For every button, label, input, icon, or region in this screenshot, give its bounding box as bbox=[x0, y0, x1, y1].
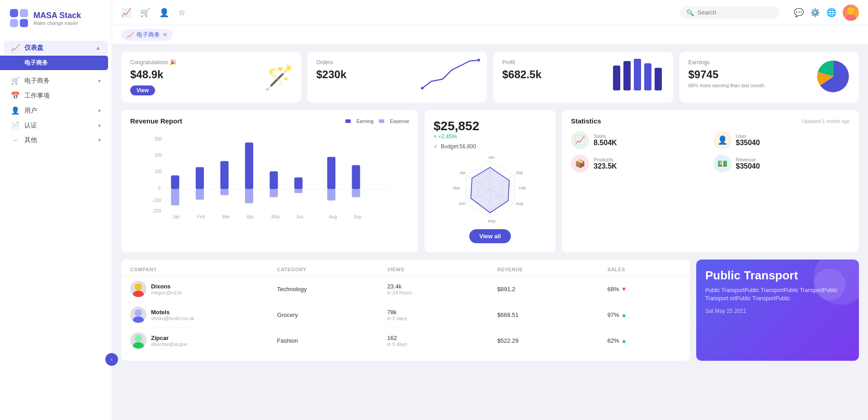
search-bar[interactable]: 🔍 bbox=[680, 6, 779, 19]
revenue-zipcar: $522.29 bbox=[497, 337, 608, 344]
views-zipcar: 162 in 5 days bbox=[387, 335, 497, 347]
orders-line-chart bbox=[420, 57, 483, 93]
app-subtitle: Make change easier bbox=[33, 20, 81, 26]
tab-close-icon[interactable]: ✕ bbox=[163, 32, 167, 38]
svg-point-4 bbox=[847, 7, 854, 14]
svg-rect-30 bbox=[294, 178, 302, 189]
svg-rect-10 bbox=[634, 59, 641, 90]
col-views: VIEWS bbox=[387, 267, 497, 272]
svg-text:May: May bbox=[488, 219, 496, 223]
earning-legend-label: Earning bbox=[356, 118, 373, 124]
revenue-value: $35040 bbox=[736, 162, 760, 170]
sidebar-item-tasks[interactable]: 📅 工作事项 bbox=[4, 89, 108, 103]
sales-up-icon-2: ▲ bbox=[621, 337, 627, 344]
company-cell-zipcar: Zipcar davcilse@ia.gov bbox=[130, 332, 277, 349]
topbar-cart-icon[interactable]: 🛒 bbox=[140, 8, 150, 18]
expense-legend-dot bbox=[379, 119, 384, 123]
svg-rect-8 bbox=[613, 66, 620, 90]
svg-text:Apr: Apr bbox=[459, 170, 466, 175]
svg-rect-2 bbox=[10, 19, 18, 27]
sidebar-navigation: 📈 仪表盘 ▲ 电子商务 🛒 电子商务 ▾ 📅 工作事项 👤 用户 ▾ 📄 bbox=[0, 36, 112, 420]
stats-item-user: 👤 User $35040 bbox=[713, 131, 850, 149]
sidebar-item-dashboard[interactable]: 📈 仪表盘 ▲ bbox=[4, 41, 108, 55]
svg-rect-28 bbox=[270, 171, 278, 189]
svg-text:Jun: Jun bbox=[459, 201, 465, 206]
chevron-down-icon-users: ▾ bbox=[98, 108, 101, 114]
dashboard-icon: 📈 bbox=[11, 43, 20, 52]
col-revenue: REVENUE bbox=[497, 267, 608, 272]
statistics-header: Statistics Updated 1 month ago bbox=[571, 117, 850, 125]
svg-text:-100: -100 bbox=[152, 198, 161, 203]
sidebar-item-auth[interactable]: 📄 认证 ▾ bbox=[4, 118, 108, 132]
sidebar-sub-ecommerce-active[interactable]: 电子商务 bbox=[0, 56, 108, 70]
radar-value: $25,852 bbox=[434, 119, 547, 133]
search-input[interactable] bbox=[698, 9, 770, 16]
svg-rect-21 bbox=[171, 189, 179, 205]
stats-item-sales: 📈 Sales 8.504K bbox=[571, 131, 708, 149]
view-button[interactable]: View bbox=[130, 85, 155, 95]
view-all-button[interactable]: View all bbox=[469, 229, 510, 243]
svg-text:Sep: Sep bbox=[354, 214, 362, 219]
sidebar-item-other[interactable]: ··· 其他 ▾ bbox=[4, 133, 108, 147]
topbar-user-icon[interactable]: 👤 bbox=[159, 8, 169, 18]
settings-icon[interactable]: ⚙️ bbox=[810, 8, 820, 18]
svg-point-63 bbox=[135, 335, 142, 342]
content-area: Congratulations 🎉 $48.9k View 🪄 Orders $… bbox=[112, 45, 868, 420]
topbar-star-icon[interactable]: ☆ bbox=[178, 8, 185, 18]
company-cell-dixons: Dixons meguc@ruj.io bbox=[130, 281, 277, 297]
svg-text:Aug: Aug bbox=[329, 214, 337, 219]
svg-rect-0 bbox=[10, 9, 18, 17]
user-value: $35040 bbox=[736, 139, 760, 147]
tab-ecommerce[interactable]: 📈 电子商务 ✕ bbox=[121, 29, 173, 41]
transport-card: Public Transport Public TransportPublic … bbox=[696, 260, 859, 361]
svg-point-59 bbox=[135, 283, 142, 291]
revenue-motels: $668.51 bbox=[497, 311, 608, 318]
products-label: Products bbox=[594, 157, 617, 162]
table-row: Motels vecav@hodzi.co.uk Grocery 78k in … bbox=[121, 302, 690, 328]
chat-icon[interactable]: 💬 bbox=[794, 8, 804, 18]
products-icon: 📦 bbox=[575, 159, 585, 169]
svg-rect-9 bbox=[623, 61, 631, 90]
svg-text:-200: -200 bbox=[152, 208, 161, 213]
svg-point-60 bbox=[133, 291, 144, 297]
svg-rect-12 bbox=[655, 68, 662, 90]
svg-rect-35 bbox=[352, 189, 360, 197]
sidebar-item-users[interactable]: 👤 用户 ▾ bbox=[4, 104, 108, 118]
sidebar-item-ecommerce[interactable]: 🛒 电子商务 ▾ bbox=[4, 74, 108, 88]
user-avatar[interactable] bbox=[843, 5, 859, 21]
stat-card-congratulations: Congratulations 🎉 $48.9k View 🪄 bbox=[121, 52, 301, 103]
stats-row: Congratulations 🎉 $48.9k View 🪄 Orders $… bbox=[121, 52, 859, 103]
svg-rect-25 bbox=[220, 189, 228, 195]
sidebar-item-tasks-label: 工作事项 bbox=[24, 92, 50, 100]
svg-text:May: May bbox=[271, 214, 280, 219]
svg-point-7 bbox=[477, 59, 480, 61]
svg-rect-27 bbox=[245, 189, 253, 203]
sales-zipcar: 62% ▲ bbox=[608, 337, 681, 344]
translate-icon[interactable]: 🌐 bbox=[826, 8, 836, 18]
svg-text:Jun: Jun bbox=[296, 214, 303, 219]
col-category: CATEGORY bbox=[277, 267, 387, 272]
company-email-motels: vecav@hodzi.co.uk bbox=[151, 316, 194, 321]
expense-legend-label: Expense bbox=[390, 118, 409, 124]
svg-text:Feb: Feb bbox=[519, 186, 526, 190]
company-cell-motels: Motels vecav@hodzi.co.uk bbox=[130, 307, 277, 323]
sidebar-item-auth-label: 认证 bbox=[24, 122, 37, 130]
sidebar-collapse-button[interactable]: ‹ bbox=[105, 353, 118, 366]
radar-budget: ✓ Budget:56,800 bbox=[434, 143, 547, 150]
svg-rect-22 bbox=[196, 167, 204, 189]
views-motels: 78k in 2 days bbox=[387, 309, 497, 321]
svg-rect-26 bbox=[245, 142, 253, 189]
svg-text:200: 200 bbox=[155, 153, 162, 158]
logo-area: MASA Stack Make change easier bbox=[0, 0, 112, 36]
col-sales: SALES bbox=[608, 267, 681, 272]
svg-text:Apr: Apr bbox=[247, 214, 254, 219]
tab-ecommerce-icon: 📈 bbox=[127, 32, 134, 38]
sidebar-sub-ecommerce-label: 电子商务 bbox=[24, 59, 48, 66]
calendar-icon: 📅 bbox=[11, 91, 20, 100]
topbar-trending-icon[interactable]: 📈 bbox=[121, 8, 131, 18]
sales-label: Sales bbox=[594, 133, 617, 139]
svg-rect-11 bbox=[644, 63, 651, 90]
svg-rect-23 bbox=[196, 189, 204, 200]
sidebar-item-other-label: 其他 bbox=[24, 136, 37, 144]
category-motels: Grocery bbox=[277, 311, 387, 318]
